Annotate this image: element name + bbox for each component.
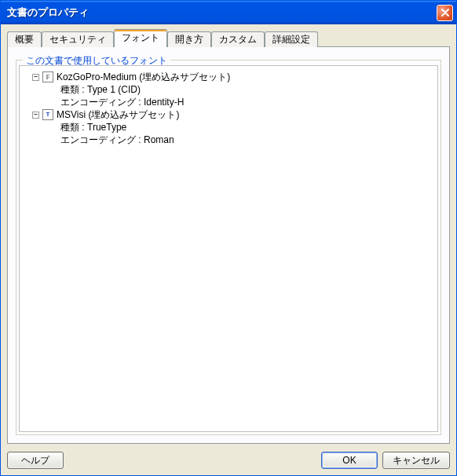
ok-button[interactable]: OK: [321, 452, 378, 469]
font-kind-row: 種類 : Type 1 (CID): [23, 83, 434, 96]
tree-collapse-icon[interactable]: −: [32, 112, 39, 119]
kind-value: TrueType: [87, 121, 126, 134]
fonts-groupbox: この文書で使用しているフォント − F KozGoPro-Medium (埋め込…: [16, 60, 441, 435]
tab-label: カスタム: [219, 33, 257, 46]
tab-label: 概要: [15, 33, 34, 46]
font-node: − T MSVisi (埋め込みサブセット) 種類 : TrueType エンコ…: [23, 108, 434, 146]
font-name: KozGoPro-Medium (埋め込みサブセット): [57, 71, 230, 83]
font-row[interactable]: − F KozGoPro-Medium (埋め込みサブセット): [23, 71, 434, 83]
client-area: 概要 セキュリティ フォント 開き方 カスタム 詳細設定 この文書で使用している…: [1, 24, 456, 475]
kind-label: 種類 :: [60, 121, 85, 134]
encoding-label: エンコーディング :: [60, 96, 141, 108]
cancel-button[interactable]: キャンセル: [382, 452, 450, 469]
button-label: キャンセル: [393, 454, 440, 467]
kind-label: 種類 :: [60, 83, 85, 96]
tree-collapse-icon[interactable]: −: [32, 74, 39, 81]
font-type-icon: T: [42, 109, 53, 120]
font-kind-row: 種類 : TrueType: [23, 121, 434, 134]
tab-strip: 概要 セキュリティ フォント 開き方 カスタム 詳細設定: [7, 29, 450, 46]
font-name: MSVisi (埋め込みサブセット): [57, 108, 179, 121]
font-row[interactable]: − T MSVisi (埋め込みサブセット): [23, 108, 434, 121]
tab-advanced[interactable]: 詳細設定: [265, 31, 318, 47]
titlebar[interactable]: 文書のプロパティ: [1, 1, 456, 24]
font-type-icon: F: [42, 71, 53, 82]
encoding-value: Identity-H: [144, 96, 184, 108]
tab-initial-view[interactable]: 開き方: [167, 31, 211, 47]
font-encoding-row: エンコーディング : Identity-H: [23, 96, 434, 108]
tab-label: セキュリティ: [49, 33, 106, 46]
dialog-window: 文書のプロパティ 概要 セキュリティ フォント 開き方 カスタム 詳細設定 この…: [0, 0, 457, 476]
dialog-button-row: ヘルプ OK キャンセル: [7, 452, 450, 469]
button-label: ヘルプ: [21, 454, 49, 467]
font-encoding-row: エンコーディング : Roman: [23, 134, 434, 146]
tab-fonts[interactable]: フォント: [114, 29, 167, 46]
tab-label: 開き方: [175, 33, 203, 46]
tab-page-fonts: この文書で使用しているフォント − F KozGoPro-Medium (埋め込…: [7, 46, 450, 444]
tab-summary[interactable]: 概要: [7, 31, 42, 47]
encoding-label: エンコーディング :: [60, 134, 141, 146]
tab-custom[interactable]: カスタム: [211, 31, 265, 47]
button-label: OK: [342, 455, 356, 466]
kind-value: Type 1 (CID): [87, 83, 141, 96]
close-button[interactable]: [437, 5, 453, 21]
font-tree[interactable]: − F KozGoPro-Medium (埋め込みサブセット) 種類 : Typ…: [19, 65, 438, 432]
tab-security[interactable]: セキュリティ: [42, 31, 114, 47]
tab-label: フォント: [122, 31, 159, 45]
window-title: 文書のプロパティ: [7, 5, 437, 20]
encoding-value: Roman: [144, 134, 174, 146]
close-icon: [441, 9, 449, 16]
font-node: − F KozGoPro-Medium (埋め込みサブセット) 種類 : Typ…: [23, 71, 434, 108]
help-button[interactable]: ヘルプ: [7, 452, 64, 469]
tab-label: 詳細設定: [272, 33, 310, 46]
